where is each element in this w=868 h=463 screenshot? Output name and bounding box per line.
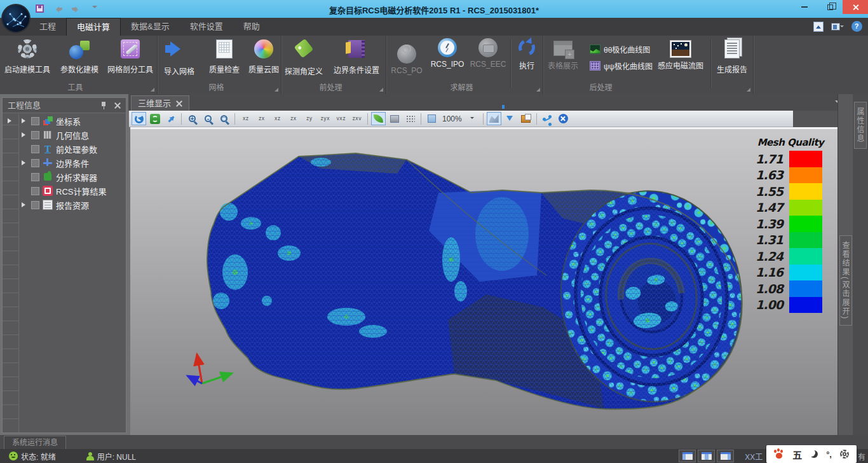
tree-rail xyxy=(3,114,19,432)
tree-item-coordinate-system[interactable]: 坐标系 xyxy=(19,114,126,128)
parametric-modeling-button[interactable]: 参数化建模 xyxy=(52,38,107,80)
tab-data-display[interactable]: 数据&显示 xyxy=(121,18,180,36)
rcs-eec-button[interactable]: RCS_EEC xyxy=(468,38,508,80)
group-expand-icon[interactable] xyxy=(536,88,540,92)
close-icon[interactable] xyxy=(176,100,182,107)
zoom-out-button[interactable]: - xyxy=(201,112,215,125)
tree-item-analysis-solver[interactable]: 分析求解器 xyxy=(19,170,126,184)
tree-item-report-resources[interactable]: 报告资源 xyxy=(19,198,126,212)
window-title: 复杂目标RCS电磁分析软件2015 R1 - RCS_2015031801* xyxy=(0,4,868,16)
collapse-ribbon-button[interactable] xyxy=(812,20,825,32)
tab-3d-display[interactable]: 三维显示 xyxy=(131,95,189,111)
view-iso1-button[interactable]: vxz xyxy=(334,112,348,125)
shaded-mode-button[interactable] xyxy=(371,112,386,125)
help-button[interactable]: ? xyxy=(850,20,863,32)
moon-icon[interactable] xyxy=(810,450,818,458)
boundary-condition-button[interactable]: 边界条件设置 xyxy=(328,38,385,80)
group-expand-icon[interactable] xyxy=(379,88,383,92)
tab-em-compute[interactable]: 电磁计算 xyxy=(66,18,121,36)
points-mode-button[interactable] xyxy=(403,112,417,125)
table-display-button[interactable]: 表格展示 xyxy=(540,38,586,80)
tree-item-rcs-results[interactable]: RCS计算结果 xyxy=(19,184,126,198)
system-messages-tab[interactable]: 系统运行消息 xyxy=(4,436,66,449)
view-xz-button[interactable]: xz xyxy=(238,112,253,125)
expander-icon[interactable] xyxy=(8,118,14,123)
expander-icon[interactable] xyxy=(22,132,28,137)
close-icon[interactable] xyxy=(114,102,121,109)
surface-mode-button[interactable] xyxy=(387,112,402,125)
import-mesh-button[interactable]: 导入网格 xyxy=(154,38,204,80)
layers-button[interactable] xyxy=(519,112,533,125)
tab-project[interactable]: 工程 xyxy=(29,18,66,36)
minimize-button[interactable] xyxy=(792,0,817,14)
group-expand-icon[interactable] xyxy=(747,88,750,92)
mesh-partition-tool-button[interactable]: 网格剖分工具 xyxy=(103,38,158,80)
view-zyx-button[interactable]: zyx xyxy=(318,112,332,125)
tree-item-preprocess-params[interactable]: T 前处理参数 xyxy=(19,142,126,156)
pan-tool-button[interactable] xyxy=(163,112,178,125)
close-button[interactable] xyxy=(843,0,868,14)
quality-check-button[interactable]: 质量检查 xyxy=(204,38,245,80)
viewport-3d[interactable]: Mesh Quality 1.71 1.63 1.55 1.47 1.39 1.… xyxy=(130,127,837,435)
ime-toolbar[interactable]: 五 °, xyxy=(766,445,857,463)
induced-current-map-button[interactable]: 感应电磁流图 xyxy=(652,38,709,80)
view-zx2-button[interactable]: zx xyxy=(286,112,301,125)
zoom-in-button[interactable]: + xyxy=(185,112,200,125)
properties-collapsed-tab[interactable]: 属性信息 xyxy=(854,102,867,149)
view-zy-button[interactable]: zy xyxy=(302,112,316,125)
sphere-square-icon xyxy=(69,39,90,61)
view-zx-button[interactable]: zx xyxy=(254,112,269,125)
tree-item-boundary-conditions[interactable]: 边界条件 xyxy=(19,156,126,170)
rcs-ipo-button[interactable]: RCS_IPO xyxy=(428,38,467,80)
gear-icon[interactable] xyxy=(840,450,849,459)
psi-polar-curve-button[interactable]: ψψ极化曲线图 xyxy=(586,57,656,74)
checkbox[interactable] xyxy=(31,117,39,125)
app-logo[interactable] xyxy=(1,4,31,33)
probe-angle-button[interactable]: 探测角定义 xyxy=(280,38,328,80)
tab-settings[interactable]: 软件设置 xyxy=(180,18,233,36)
results-collapsed-tab[interactable]: 查看结果(双击展开) xyxy=(839,235,852,326)
baidu-paw-icon[interactable] xyxy=(774,449,784,459)
spin-tool-button[interactable] xyxy=(147,112,162,125)
project-info-panel: 工程信息 坐标系 几何信息 xyxy=(2,97,126,433)
pin-icon[interactable] xyxy=(100,102,107,109)
checkbox[interactable] xyxy=(31,173,39,181)
panel-title: 工程信息 xyxy=(8,100,41,110)
checkbox[interactable] xyxy=(31,131,39,139)
group-expand-icon[interactable] xyxy=(151,88,154,92)
expander-icon[interactable] xyxy=(22,160,28,165)
expander-icon[interactable] xyxy=(22,202,28,207)
punctuation-icon[interactable]: °, xyxy=(826,450,832,459)
scale-button[interactable] xyxy=(424,112,439,125)
launch-modeling-tool-button[interactable]: 启动建模工具 xyxy=(0,38,55,80)
generate-report-button[interactable]: 生成报告 xyxy=(712,38,752,80)
layout-middle-button[interactable] xyxy=(698,450,715,462)
clear-view-button[interactable] xyxy=(556,112,571,125)
group-expand-icon[interactable] xyxy=(275,88,278,92)
view-iso2-button[interactable]: zxv xyxy=(349,112,364,125)
delete-circle-icon xyxy=(559,114,568,123)
checkbox[interactable] xyxy=(31,159,39,167)
checkbox[interactable] xyxy=(31,187,39,195)
view-xz2-button[interactable]: xz xyxy=(270,112,285,125)
mesh-display-button[interactable] xyxy=(487,112,501,125)
rotate-tool-button[interactable] xyxy=(132,112,146,125)
zoom-level-dropdown[interactable] xyxy=(465,112,480,125)
layout-left-button[interactable] xyxy=(679,450,696,462)
window-style-button[interactable] xyxy=(831,20,844,32)
checkbox[interactable] xyxy=(31,145,39,153)
import-view-button[interactable] xyxy=(503,112,517,125)
restore-button[interactable] xyxy=(817,0,843,14)
theta-polar-curve-button[interactable]: θθ极化曲线图 xyxy=(586,41,656,57)
expander-icon[interactable] xyxy=(22,118,28,123)
layout-right-button[interactable] xyxy=(717,450,734,462)
tree-item-geometry-info[interactable]: 几何信息 xyxy=(19,128,126,142)
link-button[interactable] xyxy=(540,112,555,125)
rcs-po-button[interactable]: RCS_PO xyxy=(388,38,425,80)
checkbox[interactable] xyxy=(31,201,39,209)
tab-help[interactable]: 帮助 xyxy=(233,18,270,36)
zoom-fit-button[interactable]: □ xyxy=(217,112,231,125)
quality-cloud-map-button[interactable]: 质量云图 xyxy=(243,38,284,80)
ime-mode-label[interactable]: 五 xyxy=(792,448,802,461)
execute-button[interactable]: 执行 xyxy=(512,38,542,80)
